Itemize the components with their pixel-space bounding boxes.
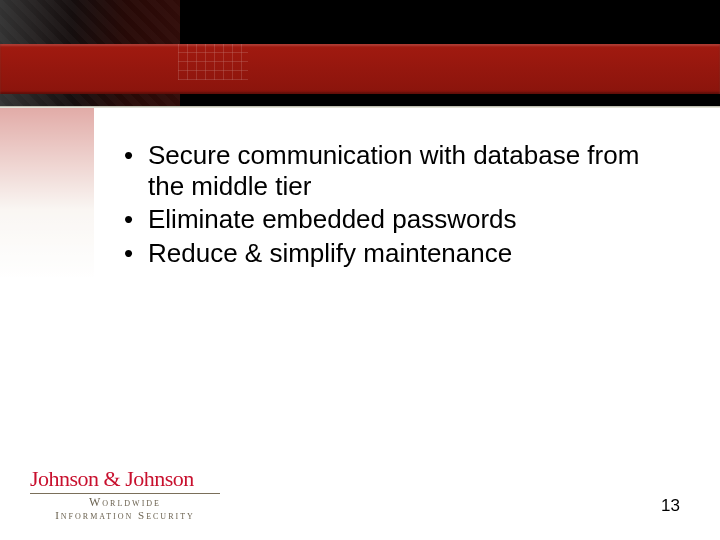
side-background-image (0, 108, 94, 278)
bullet-item: Secure communication with database from … (124, 140, 644, 202)
header-underline (0, 106, 720, 108)
bullet-item: Eliminate embedded passwords (124, 204, 644, 235)
bullet-list: Secure communication with database from … (124, 140, 644, 269)
header-red-band (0, 44, 720, 94)
logo-subline-1: Worldwide (30, 496, 220, 510)
page-number: 13 (661, 496, 680, 516)
logo-brand: Johnson & Johnson (30, 468, 220, 490)
bullet-item: Reduce & simplify maintenance (124, 238, 644, 269)
header-grid-decoration (178, 44, 248, 80)
logo-subline-2: Information Security (30, 509, 220, 522)
slide-title: Business Drivers (188, 6, 458, 48)
slide-content: Secure communication with database from … (124, 140, 644, 271)
logo-divider (30, 493, 220, 494)
footer-logo: Johnson & Johnson Worldwide Information … (30, 468, 220, 522)
slide-header: Business Drivers (0, 0, 720, 108)
